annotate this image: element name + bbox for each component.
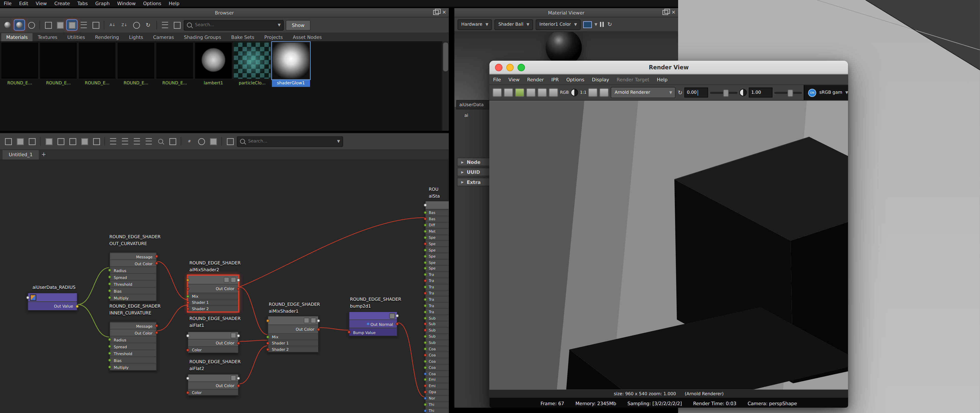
node-port-row[interactable]: Sub — [425, 321, 449, 327]
swatch-toggle-icon[interactable] — [231, 375, 236, 381]
node-aiflat1[interactable]: Out Color Color — [188, 332, 239, 353]
node-aistandardsurface[interactable]: Bas Bas Diff Met Spe Spe Spe Spe Spe Spe… — [425, 201, 449, 413]
node-port-row[interactable]: Sub — [425, 327, 449, 333]
port-dot[interactable] — [424, 236, 427, 239]
port-dot[interactable] — [424, 354, 427, 357]
bookmark-icon[interactable] — [225, 136, 235, 146]
swatch-medium-icon[interactable] — [55, 20, 65, 30]
sort-name-asc-icon[interactable]: A↓ — [107, 20, 117, 30]
port-dot[interactable] — [424, 322, 427, 325]
node-search-input[interactable] — [247, 138, 335, 145]
shader-ball-icon[interactable] — [26, 20, 36, 30]
graph-both-icon[interactable] — [91, 136, 101, 146]
colorspace-dropdown[interactable]: sRGB gam — [819, 90, 842, 95]
port-dot[interactable] — [155, 255, 158, 258]
port-dot[interactable] — [108, 275, 111, 278]
swatch-small-icon[interactable] — [43, 20, 53, 30]
pin-all-icon[interactable] — [196, 136, 206, 146]
snapshot-icon[interactable] — [515, 88, 524, 97]
port-dot[interactable] — [424, 378, 427, 381]
render-region-icon[interactable] — [504, 88, 513, 97]
gamma-icon[interactable] — [739, 89, 747, 97]
menu-item-options[interactable]: Options — [563, 77, 588, 82]
port-dot[interactable] — [424, 348, 427, 351]
port-dot[interactable] — [317, 328, 320, 331]
wire-radius-out[interactable] — [78, 268, 110, 305]
menu-item-create[interactable]: Create — [51, 0, 74, 6]
node-port-row[interactable]: Met — [425, 228, 449, 234]
expand-toggle-icon[interactable] — [231, 277, 236, 283]
close-panel-icon[interactable]: × — [671, 10, 676, 15]
node-graph-canvas[interactable]: aiUserData_RADIUS Out Value ROUND_EDGE_S… — [0, 159, 449, 413]
port-dot[interactable] — [424, 273, 427, 276]
grid-view-icon[interactable] — [91, 20, 100, 30]
swatch-toggle-icon[interactable] — [390, 313, 395, 319]
material-swatch[interactable]: ROUND_E... — [39, 42, 78, 87]
port-dot[interactable] — [108, 365, 111, 368]
node-port-row[interactable]: Thi — [425, 407, 449, 413]
node-port-row[interactable]: Mix — [268, 333, 318, 340]
rgb-channels-button[interactable]: RGB — [560, 90, 569, 95]
node-header[interactable] — [188, 276, 238, 284]
close-panel-icon[interactable]: × — [442, 10, 446, 15]
node-port-row[interactable]: Message — [110, 322, 156, 329]
node-port-row[interactable]: Tra — [425, 302, 449, 308]
graph-upstream-icon[interactable] — [68, 136, 78, 146]
grid-snap-icon[interactable]: # — [185, 136, 194, 146]
port-dot[interactable] — [396, 322, 399, 325]
port-dot[interactable] — [424, 279, 427, 282]
port-dot[interactable] — [424, 255, 427, 258]
swatch-thumbnail[interactable] — [194, 42, 232, 80]
swatch-large-icon[interactable] — [67, 20, 77, 30]
refresh-render-icon[interactable]: ↻ — [678, 90, 683, 95]
alpha-channel-icon[interactable] — [571, 89, 578, 97]
node-port-row[interactable]: Coa — [425, 358, 449, 364]
node-port-row[interactable]: Spe — [425, 253, 449, 259]
node-aimixshader1[interactable]: Out Color Mix Shader 1 Shader 2 — [267, 316, 319, 352]
port-dot[interactable] — [108, 359, 111, 362]
port-dot[interactable] — [348, 330, 351, 333]
wire-bump-standard[interactable] — [398, 322, 425, 397]
swatch-thumbnail[interactable] — [156, 42, 194, 80]
create-material-icon[interactable] — [14, 20, 24, 30]
filter-icon[interactable] — [160, 20, 170, 30]
viewer-display-icon[interactable] — [583, 21, 592, 28]
node-port-row[interactable]: Nor — [425, 395, 449, 401]
menu-item-view[interactable]: View — [505, 77, 523, 82]
port-dot[interactable] — [76, 305, 79, 308]
show-button[interactable]: Show — [286, 20, 311, 30]
menu-item-render[interactable]: Render — [523, 77, 547, 82]
port-dot[interactable] — [424, 310, 427, 313]
port-dot[interactable] — [155, 324, 158, 327]
material-swatch[interactable]: ROUND_E... — [117, 42, 155, 87]
node-port-row[interactable]: Message — [110, 253, 156, 260]
node-port-row[interactable]: Emi — [425, 376, 449, 383]
keep-image-icon[interactable] — [549, 88, 558, 97]
frame-image-icon[interactable] — [589, 88, 598, 97]
port-dot[interactable] — [186, 278, 189, 281]
add-graph-tab-button[interactable]: + — [41, 150, 46, 160]
arnold-badge-icon[interactable] — [3, 20, 13, 30]
port-dot[interactable] — [155, 331, 158, 334]
gamma-field[interactable]: 1.00 — [749, 88, 773, 97]
node-port-row[interactable]: Spe — [425, 247, 449, 253]
port-dot[interactable] — [186, 301, 189, 304]
port-dot[interactable] — [367, 322, 369, 325]
menu-item-help[interactable]: Help — [165, 0, 183, 6]
material-swatch-selected[interactable]: shaderGlow1 — [272, 42, 310, 87]
node-header[interactable] — [28, 293, 77, 302]
port-dot[interactable] — [424, 304, 427, 307]
port-dot[interactable] — [424, 292, 427, 295]
create-node-icon[interactable] — [3, 136, 13, 146]
port-dot[interactable] — [155, 262, 158, 265]
port-dot[interactable] — [108, 282, 111, 285]
chevron-down-icon[interactable]: ▼ — [595, 22, 597, 26]
display-full-icon[interactable] — [132, 136, 142, 146]
node-port-row[interactable]: Tra — [425, 296, 449, 302]
refresh-render-icon[interactable]: ↻ — [607, 22, 612, 27]
browser-scrollbar[interactable] — [442, 41, 449, 131]
node-port-row[interactable]: Sub — [425, 339, 449, 346]
graph-downstream-icon[interactable] — [80, 136, 89, 146]
material-swatch[interactable]: ROUND_E... — [0, 42, 38, 87]
node-header[interactable] — [188, 375, 238, 382]
